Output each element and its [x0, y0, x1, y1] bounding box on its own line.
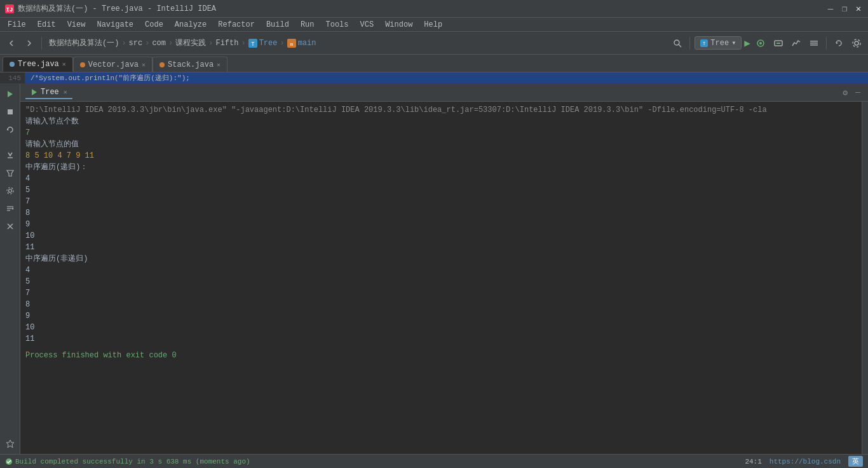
breadcrumb-project[interactable]: 数据结构及算法(一)	[49, 38, 119, 48]
svg-rect-15	[810, 43, 818, 44]
svg-marker-23	[7, 170, 13, 176]
run-panel-tab-tree[interactable]: Tree ✕	[25, 86, 72, 99]
coverage-button[interactable]	[771, 36, 786, 51]
output-nr-9: 9	[25, 310, 857, 322]
breadcrumb-tree[interactable]: Tree	[259, 39, 278, 48]
editor-tab-bar: Tree.java ✕ Vector.java ✕ Stack.java ✕	[0, 55, 868, 72]
toolbar-separator-3	[826, 37, 827, 50]
output-area[interactable]: "D:\IntelliJ IDEA 2019.3.3\jbr\bin\java.…	[20, 102, 862, 454]
run-config-dropdown[interactable]: T Tree ▾	[695, 36, 742, 50]
output-values-input: 8 5 10 4 7 9 11	[25, 150, 857, 162]
tab-vector-java-close[interactable]: ✕	[142, 61, 146, 69]
breadcrumb-practice[interactable]: 课程实践	[175, 38, 206, 48]
content-area: Tree ✕ ⚙ — "D:\IntelliJ IDEA 2019.3.3\jb…	[0, 84, 868, 454]
forward-button[interactable]	[22, 36, 37, 51]
menu-edit[interactable]: Edit	[32, 19, 61, 31]
svg-point-11	[759, 42, 762, 45]
settings-sidebar-icon[interactable]	[3, 183, 18, 198]
menu-build[interactable]: Build	[261, 19, 294, 31]
breadcrumb-com[interactable]: com	[152, 39, 166, 48]
main-area: Tree ✕ ⚙ — "D:\IntelliJ IDEA 2019.3.3\jb…	[0, 84, 868, 454]
debug-button[interactable]	[753, 36, 768, 51]
filter-icon-btn[interactable]	[3, 165, 18, 181]
run-icon	[6, 90, 15, 99]
main-method-icon: m	[287, 39, 296, 48]
left-sidebar	[0, 84, 20, 454]
toolbar-right: T Tree ▾ ▶	[670, 36, 864, 51]
run-panel-tab-close[interactable]: ✕	[64, 88, 67, 96]
clear-output-icon[interactable]	[3, 219, 18, 234]
menu-tools[interactable]: Tools	[321, 19, 354, 31]
menu-window[interactable]: Window	[380, 19, 417, 31]
gear-icon	[6, 186, 15, 195]
pin-icon-btn[interactable]	[3, 436, 18, 451]
more-button[interactable]	[806, 36, 822, 51]
menu-vcs[interactable]: VCS	[355, 19, 379, 31]
rerun-sidebar-icon[interactable]	[3, 122, 18, 137]
status-url[interactable]: https://blog.csdn	[770, 458, 841, 465]
output-r-11: 11	[25, 242, 857, 253]
settings-button[interactable]	[849, 36, 864, 51]
menu-help[interactable]: Help	[419, 19, 447, 31]
wrap-icon	[6, 204, 15, 213]
run-panel: Tree ✕ ⚙ — "D:\IntelliJ IDEA 2019.3.3\jb…	[20, 84, 868, 454]
svg-point-18	[853, 39, 860, 47]
menu-run[interactable]: Run	[295, 19, 320, 31]
profile-button[interactable]	[789, 36, 804, 51]
svg-marker-31	[32, 89, 37, 95]
breadcrumb-fifth[interactable]: Fifth	[215, 39, 238, 48]
breadcrumb-main[interactable]: main	[298, 39, 316, 48]
svg-rect-14	[810, 41, 818, 42]
update-button[interactable]	[831, 36, 846, 51]
tab-tree-java-close[interactable]: ✕	[62, 60, 66, 68]
back-button[interactable]	[4, 36, 19, 51]
svg-text:m: m	[290, 41, 293, 47]
search-icon	[672, 38, 682, 48]
panel-minimize-btn[interactable]: —	[853, 86, 863, 99]
panel-settings-btn[interactable]: ⚙	[840, 86, 850, 99]
ime-toggle-button[interactable]: 英	[848, 456, 863, 467]
svg-point-6	[674, 40, 679, 45]
run-button[interactable]: ▶	[744, 37, 750, 50]
scroll-to-end-icon[interactable]	[3, 148, 18, 163]
clear-icon	[6, 222, 15, 231]
tab-vector-java[interactable]: Vector.java ✕	[73, 57, 153, 72]
close-button[interactable]: ✕	[854, 4, 863, 13]
run-sidebar-icon[interactable]	[3, 86, 18, 102]
search-everywhere-button[interactable]	[670, 36, 685, 51]
menu-code[interactable]: Code	[140, 19, 168, 31]
tab-tree-java[interactable]: Tree.java ✕	[3, 57, 73, 72]
dropdown-arrow-icon: ▾	[731, 38, 736, 48]
minimize-button[interactable]: —	[826, 4, 835, 13]
svg-point-25	[7, 188, 13, 194]
stop-sidebar-icon[interactable]	[3, 104, 18, 120]
output-cmd-line: "D:\IntelliJ IDEA 2019.3.3\jbr\bin\java.…	[25, 104, 857, 116]
status-bar-left: Build completed successfully in 3 s 638 …	[5, 458, 740, 465]
debug-icon	[756, 38, 766, 48]
title-bar-left: IJ 数据结构及算法(一) - Tree.java - IntelliJ IDE…	[5, 3, 216, 14]
tab-stack-java[interactable]: Stack.java ✕	[153, 57, 227, 72]
svg-marker-19	[8, 91, 13, 97]
output-nr-7: 7	[25, 287, 857, 299]
menu-refactor[interactable]: Refactor	[213, 19, 260, 31]
profile-icon	[791, 38, 801, 48]
breadcrumb-src[interactable]: src	[129, 39, 143, 48]
maximize-button[interactable]: ❐	[840, 4, 849, 13]
line-number-145: 145	[0, 72, 25, 83]
wrap-output-icon[interactable]	[3, 201, 18, 216]
svg-line-7	[679, 45, 681, 47]
tab-stack-java-close[interactable]: ✕	[217, 61, 220, 69]
menu-navigate[interactable]: Navigate	[92, 19, 139, 31]
output-r-4: 4	[25, 173, 857, 184]
output-nr-5: 5	[25, 276, 857, 287]
menu-analyze[interactable]: Analyze	[170, 19, 212, 31]
menu-file[interactable]: File	[3, 19, 31, 31]
toolbar-separator-2	[689, 37, 690, 50]
forward-icon	[24, 38, 34, 48]
title-bar: IJ 数据结构及算法(一) - Tree.java - IntelliJ IDE…	[0, 0, 868, 18]
output-prompt-1: 请输入节点个数	[25, 116, 857, 127]
build-status-text: Build completed successfully in 3 s 638 …	[15, 458, 250, 465]
output-nr-10: 10	[25, 322, 857, 333]
menu-view[interactable]: View	[62, 19, 91, 31]
output-scrollbar[interactable]	[862, 102, 868, 454]
